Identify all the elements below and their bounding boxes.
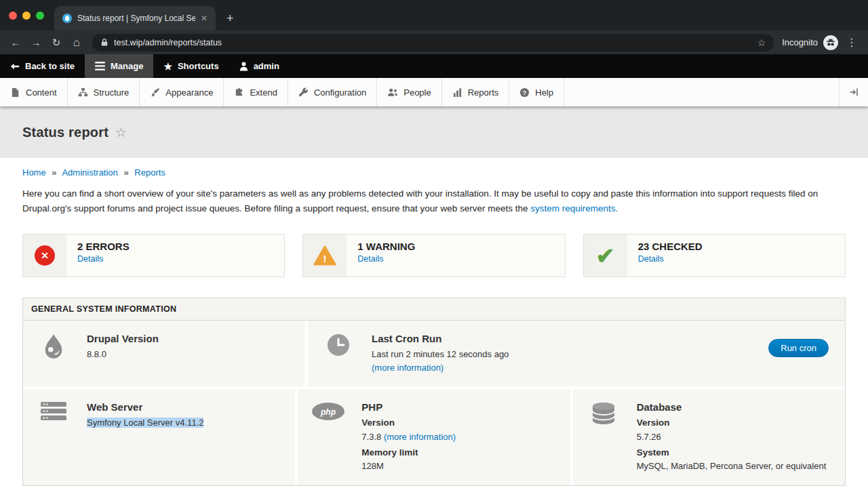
tab-close-icon[interactable]: ✕ [201,14,208,23]
home-icon[interactable]: ⌂ [69,36,84,49]
checked-count: 23 CHECKED [638,241,703,252]
drupal-version-title: Drupal Version [87,333,159,344]
page-header: Status report ☆ [0,106,868,158]
drupal-drop-icon [37,332,71,375]
bookmark-star-icon[interactable]: ☆ [757,37,766,48]
php-version-value: 7.3.8 [361,432,381,442]
warnings-details-link[interactable]: Details [357,254,415,264]
run-cron-button[interactable]: Run cron [768,339,829,357]
main-content: Home » Administration » Reports Here you… [0,158,868,486]
cron-title: Last Cron Run [372,333,752,344]
drupal-version-value: 8.8.0 [87,348,159,361]
check-icon-box: ✔ [584,235,627,277]
drupal-version-cell: Drupal Version 8.8.0 [23,321,305,386]
admin-menu-item-people[interactable]: People [377,78,441,106]
php-icon: php [311,401,345,474]
user-tab[interactable]: admin [229,54,290,78]
reload-icon[interactable]: ↻ [49,37,64,49]
last-cron-run-cell: Last Cron Run Last run 2 minutes 12 seco… [308,321,845,386]
window-zoom-button[interactable] [36,12,44,20]
database-system-value: MySQL, MariaDB, Percona Server, or equiv… [637,460,827,473]
intro-text: Here you can find a short overview of yo… [22,188,818,214]
browser-tab-strip: Status report | Symfony Local Se ✕ + [0,0,868,30]
check-icon: ✔ [596,245,615,267]
user-icon [239,62,248,71]
svg-text:!: ! [323,253,327,264]
browser-navbar: ← → ↻ ⌂ test.wip/admin/reports/status ☆ … [0,30,868,54]
checked-details-link[interactable]: Details [638,254,703,264]
web-server-value: Symfony Local Server v4.11.2 [87,418,203,428]
menu-label: Content [26,87,57,98]
warning-icon-box: ! [303,235,347,277]
cron-more-information-link[interactable]: (more information) [372,363,443,373]
system-info-header: GENERAL SYSTEM INFORMATION [23,298,845,321]
admin-menu-item-content[interactable]: Content [0,78,68,106]
admin-menu-item-extend[interactable]: Extend [224,78,288,106]
page-title: Status report [22,125,108,140]
favorite-star-icon[interactable]: ☆ [115,125,127,140]
breadcrumb-reports-link[interactable]: Reports [134,167,165,178]
system-requirements-link[interactable]: system requirements. [530,203,618,214]
errors-count: 2 ERRORS [77,241,130,252]
php-memory-value: 128M [361,460,456,473]
content-icon [10,87,20,98]
browser-menu-icon[interactable]: ⋮ [846,36,857,49]
browser-tab[interactable]: Status report | Symfony Local Se ✕ [54,6,216,30]
admin-menu-item-structure[interactable]: Structure [68,78,140,106]
reports-icon [452,87,462,98]
back-to-site-label: Back to site [25,61,75,71]
back-arrow-icon [10,62,20,71]
web-server-cell: Web Server Symfony Local Server v4.11.2 [23,389,295,485]
manage-label: Manage [111,61,143,71]
database-system-label: System [637,446,827,460]
admin-menu-item-help[interactable]: ? Help [509,78,564,106]
cron-last-run: Last run 2 minutes 12 seconds ago [372,348,752,361]
php-memory-label: Memory limit [361,446,456,460]
warnings-card: ! 1 WARNING Details [302,234,565,277]
forward-icon[interactable]: → [28,37,43,48]
lock-icon [100,38,108,47]
back-to-site-link[interactable]: Back to site [0,54,85,78]
php-version-label: Version [361,416,456,430]
database-title: Database [637,401,827,413]
database-version-value: 5.7.26 [637,430,827,444]
clock-icon [321,332,355,375]
admin-menu: Content Structure Appearance Extend Conf… [0,78,868,106]
help-icon: ? [519,87,530,98]
new-tab-button[interactable]: + [226,12,234,24]
back-icon[interactable]: ← [8,37,23,48]
incognito-icon [823,35,838,50]
menu-label: Extend [250,87,277,98]
window-close-button[interactable] [9,12,17,20]
database-cell: Database Version 5.7.26 System MySQL, Ma… [573,389,845,485]
admin-menu-item-configuration[interactable]: Configuration [288,78,377,106]
incognito-label: Incognito [782,37,818,47]
php-more-information-link[interactable]: (more information) [384,432,456,442]
drupal-toolbar: Back to site Manage ★ Shortcuts admin [0,54,868,78]
address-bar[interactable]: test.wip/admin/reports/status ☆ [92,34,774,52]
menu-label: Structure [94,87,130,98]
toolbar-orientation-toggle[interactable] [839,78,868,106]
breadcrumb: Home » Administration » Reports [22,167,846,178]
appearance-icon [150,87,160,98]
warnings-count: 1 WARNING [357,241,415,252]
window-minimize-button[interactable] [22,12,31,20]
wrench-icon [298,87,309,98]
admin-menu-item-reports[interactable]: Reports [442,78,510,106]
manage-tab[interactable]: Manage [85,54,153,78]
admin-menu-item-appearance[interactable]: Appearance [140,78,224,106]
menu-label: Configuration [314,87,366,98]
shortcuts-tab[interactable]: ★ Shortcuts [153,54,229,78]
errors-details-link[interactable]: Details [77,254,130,264]
general-system-information: GENERAL SYSTEM INFORMATION Drupal Versio… [22,298,846,486]
breadcrumb-separator: » [123,167,128,178]
star-icon: ★ [163,61,172,72]
structure-icon [78,87,88,98]
php-cell: php PHP Version 7.3.8 (more information)… [298,389,570,485]
warning-icon: ! [313,245,336,266]
error-icon: ✕ [35,245,55,266]
breadcrumb-home-link[interactable]: Home [22,167,46,178]
breadcrumb-administration-link[interactable]: Administration [62,167,117,178]
menu-label: Help [535,87,553,98]
web-server-title: Web Server [87,401,203,413]
